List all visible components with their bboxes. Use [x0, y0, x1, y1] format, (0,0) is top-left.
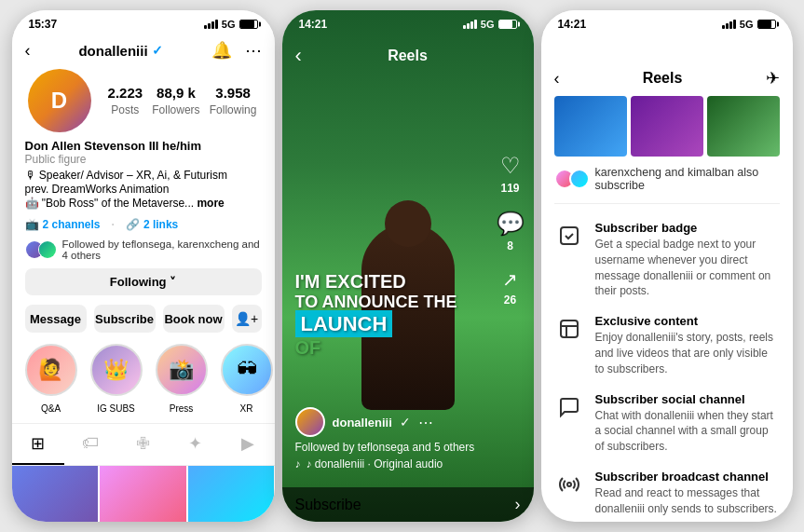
following-label: Following ˅	[110, 275, 176, 289]
followed-by-row: Followed by teflonsega, karenxcheng and …	[12, 235, 275, 266]
benefit-broadcast: Subscriber broadcast channel Read and re…	[541, 462, 793, 522]
share-action[interactable]: ↗ 26	[502, 268, 518, 307]
like-action[interactable]: ♡ 119	[500, 153, 521, 196]
back-icon[interactable]: ‹	[25, 41, 31, 61]
status-bar-1: 15:37 5G	[12, 10, 275, 34]
followers-stat[interactable]: 88,9 k Followers	[152, 85, 199, 117]
highlight-press[interactable]: 📸 Press	[156, 344, 208, 416]
video-actions: ♡ 119 💬 8 ↗ 26	[497, 153, 525, 307]
video-verified: ✓	[400, 415, 411, 430]
sub-avatar-2	[569, 169, 590, 189]
ar-tab[interactable]: ✦	[170, 424, 222, 465]
grid-item-3[interactable]	[188, 466, 275, 522]
bio-more[interactable]: more	[197, 197, 224, 210]
highlight-label-xr: XR	[240, 403, 253, 414]
highlight-label-qa: Q&A	[41, 403, 61, 414]
benefit-social: Subscriber social channel Chat with dona…	[541, 385, 793, 462]
benefit-social-title: Subscriber social channel	[595, 392, 780, 406]
network-3: 5G	[740, 19, 754, 30]
signal-1	[204, 20, 218, 29]
benefit-badge: Subscriber badge Get a special badge nex…	[541, 213, 793, 307]
content-icon	[554, 314, 584, 344]
signal-3	[722, 20, 736, 29]
divider-1	[554, 203, 780, 204]
grid-item-2[interactable]	[100, 466, 186, 522]
bio-category: Public figure	[25, 153, 262, 166]
notification-icon[interactable]: 🔔	[211, 40, 232, 61]
subscribe-arrow: ›	[515, 495, 521, 514]
grid-item-1[interactable]	[12, 466, 99, 522]
video-user-avatar	[295, 407, 325, 437]
posts-label: Posts	[111, 103, 139, 116]
benefit-content-desc: Enjoy donalleniii's story, posts, reels …	[595, 330, 780, 376]
ann-line4: OF	[295, 337, 457, 359]
more-options-btn[interactable]: ⋯	[418, 414, 433, 431]
followers-label: Followers	[152, 103, 199, 116]
bio-line-1: 🎙 Speaker/ Advisor – XR, Ai, & Futurism	[25, 169, 262, 182]
subscribe-button[interactable]: Subscribe	[94, 305, 156, 333]
reels-tab[interactable]: ▶	[222, 424, 274, 465]
time-2: 14:21	[299, 18, 328, 31]
highlight-igsubs[interactable]: 👑 IG SUBS	[90, 344, 143, 416]
back-button-2[interactable]: ‹	[295, 44, 302, 68]
channels-link[interactable]: 📺 2 channels	[25, 218, 101, 231]
benefit-badge-desc: Get a special badge next to your usernam…	[595, 237, 780, 299]
svg-rect-0	[561, 227, 578, 244]
video-username: donalleniii	[333, 416, 392, 430]
more-icon[interactable]: ⋯	[245, 40, 262, 61]
time-1: 15:37	[29, 18, 58, 31]
benefit-social-desc: Chat with donalleniii when they start a …	[595, 408, 780, 455]
ann-line3: LAUNCH	[295, 312, 457, 335]
heart-icon: ♡	[500, 153, 521, 179]
posts-stat: 2.223 Posts	[108, 85, 143, 117]
username-text: donalleniii	[78, 43, 147, 59]
highlight-circle-igsubs: 👑	[90, 344, 143, 396]
following-button[interactable]: Following ˅	[25, 268, 262, 295]
comment-icon: 💬	[497, 211, 525, 237]
person-add-button[interactable]: 👤+	[232, 305, 262, 333]
send-icon[interactable]: ✈	[766, 68, 780, 89]
message-button[interactable]: Message	[25, 305, 87, 333]
user-row: donalleniii ✓ ⋯	[295, 407, 487, 437]
share-icon: ↗	[502, 268, 518, 291]
comment-count: 8	[507, 239, 513, 252]
thumb-1	[554, 96, 627, 157]
panel-title: Reels	[560, 70, 766, 87]
tag-tab[interactable]: 🏷	[64, 424, 116, 465]
grid-tab[interactable]: ⊞	[12, 424, 64, 465]
highlight-label-press: Press	[170, 403, 194, 414]
signal-2	[463, 20, 477, 29]
ann-line2: TO ANNOUNCE THE	[295, 293, 457, 312]
broadcast-icon	[554, 470, 584, 499]
book-now-button[interactable]: Book now	[163, 305, 225, 333]
highlight-xr[interactable]: 🕶 XR	[221, 344, 273, 416]
subscribers-text: karenxcheng and kimalban also subscribe	[595, 166, 780, 192]
share-count: 26	[504, 293, 516, 307]
follower-avatar-2	[38, 240, 57, 259]
svg-rect-1	[561, 321, 578, 337]
links-text: 2 links	[143, 218, 178, 231]
ann-line1: I'M EXCITED	[295, 271, 457, 293]
link-icon: 🔗	[126, 218, 140, 231]
bio-line-3: 🤖 "Bob Ross" of the Metaverse... more	[25, 197, 262, 210]
badge-icon	[554, 221, 584, 251]
reels-title: Reels	[302, 48, 513, 64]
time-3: 14:21	[558, 18, 587, 31]
following-stat[interactable]: 3.958 Following	[210, 85, 257, 117]
highlight-qa[interactable]: 🙋 Q&A	[25, 344, 77, 416]
network-1: 5G	[222, 19, 236, 30]
highlight-label-igsubs: IG SUBS	[97, 403, 135, 414]
media-grid	[12, 466, 275, 522]
panel-header: ‹ Reels ✈	[541, 34, 793, 96]
profile-tabs: ⊞ 🏷 ✙ ✦ ▶	[12, 423, 275, 466]
status-bar-2: 14:21 5G	[282, 10, 534, 34]
status-icons-2: 5G	[463, 19, 517, 30]
collab-tab[interactable]: ✙	[116, 424, 169, 465]
subscribe-bar[interactable]: Subscribe ›	[282, 487, 534, 522]
comment-action[interactable]: 💬 8	[497, 211, 525, 253]
followed-by-text: Followed by teflonsega, karenxcheng and …	[62, 239, 262, 261]
announcement-text: I'M EXCITED TO ANNOUNCE THE LAUNCH OF	[295, 271, 457, 359]
links-link[interactable]: 🔗 2 links	[126, 218, 178, 231]
social-icon	[554, 392, 584, 422]
video-followed-by: Followed by teflonsega and 5 others	[295, 441, 487, 454]
